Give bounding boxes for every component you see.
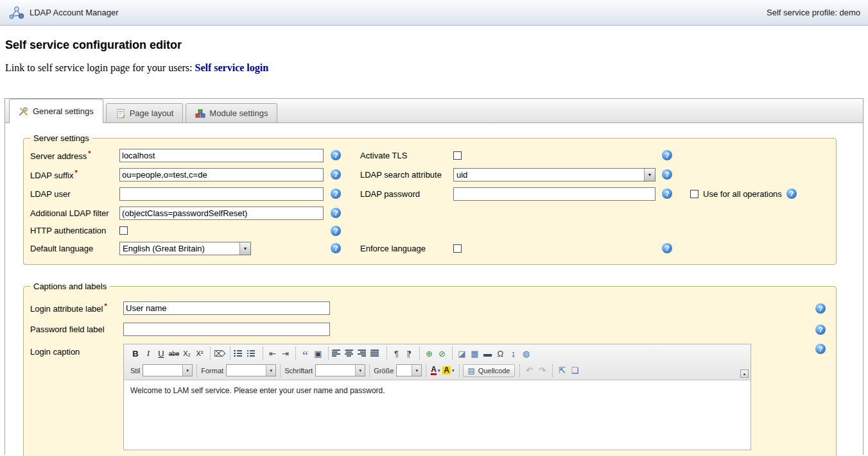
horizontal-rule-icon[interactable]: ▬ — [482, 348, 493, 359]
tab-label: Page layout — [130, 108, 174, 118]
subscript-icon[interactable]: X₂ — [181, 348, 193, 359]
numbered-list-icon[interactable] — [234, 350, 245, 357]
additional-ldap-filter-input[interactable] — [119, 207, 324, 220]
align-left-icon[interactable] — [332, 350, 343, 357]
password-field-label-row: Password field label ? — [30, 323, 836, 336]
italic-icon[interactable]: I — [143, 348, 154, 359]
ldap-user-input[interactable] — [119, 187, 324, 201]
source-button[interactable]: ▤Quellcode — [463, 364, 516, 377]
bg-color-button[interactable]: A▾ — [442, 365, 454, 376]
size-select[interactable]: ▼ — [396, 364, 422, 376]
password-field-input[interactable] — [123, 323, 330, 336]
ldap-user-label: LDAP user — [30, 189, 119, 199]
use-for-all-operations-checkbox[interactable] — [690, 190, 699, 198]
toolbar-collapse-button[interactable]: ▴ — [740, 369, 749, 378]
iframe-icon[interactable]: ◍ — [520, 348, 532, 359]
help-icon[interactable]: ? — [815, 344, 826, 354]
show-blocks-icon[interactable]: ❏ — [569, 365, 580, 376]
direction-rtl-icon[interactable]: ¶ — [403, 348, 415, 359]
bold-icon[interactable]: B — [130, 348, 141, 359]
remove-format-icon[interactable]: ⌦ — [214, 348, 225, 359]
bulleted-list-icon[interactable] — [247, 350, 258, 357]
outdent-icon[interactable]: ⇤ — [266, 348, 278, 359]
div-container-icon[interactable]: ▣ — [312, 348, 324, 359]
login-caption-label: Login caption — [30, 344, 123, 357]
help-icon[interactable]: ? — [331, 226, 341, 236]
header-bar: LDAP Account Manager Self service profil… — [0, 0, 868, 26]
redo-icon[interactable]: ↷ — [536, 365, 548, 376]
help-icon[interactable]: ? — [815, 303, 826, 314]
required-marker: * — [88, 149, 91, 157]
help-icon[interactable]: ? — [662, 150, 672, 160]
undo-icon[interactable]: ↶ — [523, 365, 535, 376]
align-justify-icon[interactable] — [370, 350, 382, 357]
help-icon[interactable]: ? — [662, 189, 672, 199]
server-address-input[interactable] — [119, 149, 324, 162]
default-language-select[interactable]: English (Great Britain) ▼ — [119, 242, 251, 255]
chevron-down-icon: ▼ — [239, 242, 250, 255]
ldap-suffix-input[interactable] — [119, 168, 324, 182]
direction-ltr-icon[interactable]: ¶ — [390, 348, 402, 359]
align-center-icon[interactable] — [345, 350, 356, 357]
editor-toolbar-row2: Stil ▼ Format ▼ Schriftart ▼ — [125, 362, 739, 378]
help-icon[interactable]: ? — [662, 243, 672, 253]
toolbar-group: ◪▦▬Ω↨◍ — [452, 347, 535, 360]
enforce-language-label: Enforce language — [360, 244, 453, 253]
app-title: LDAP Account Manager — [30, 8, 119, 17]
ldap-search-attribute-select[interactable]: uid ▼ — [453, 168, 655, 182]
blockquote-icon[interactable]: “ — [299, 348, 311, 359]
help-icon[interactable]: ? — [331, 208, 341, 218]
editor-content[interactable]: Welcome to LAM self service. Please ente… — [124, 380, 751, 450]
chevron-down-icon: ▼ — [355, 365, 365, 376]
font-select[interactable]: ▼ — [315, 364, 365, 376]
special-char-icon[interactable]: Ω — [494, 348, 506, 359]
activate-tls-checkbox[interactable] — [453, 151, 462, 160]
strikethrough-icon[interactable]: abe — [168, 348, 180, 359]
indent-icon[interactable]: ⇥ — [279, 348, 291, 359]
style-select-label: Stil — [130, 367, 140, 375]
login-caption-text: Welcome to LAM self service. Please ente… — [130, 386, 385, 395]
login-attribute-input[interactable] — [123, 301, 330, 315]
help-icon[interactable]: ? — [662, 169, 672, 180]
tab-module-settings[interactable]: Module settings — [186, 103, 277, 122]
password-field-label: Password field label — [30, 325, 123, 334]
ldap-password-input[interactable] — [453, 187, 655, 201]
underline-icon[interactable]: U — [155, 348, 167, 359]
additional-ldap-filter-row: Additional LDAP filter ? — [30, 203, 836, 223]
format-select[interactable]: ▼ — [226, 364, 276, 376]
ldap-password-label: LDAP password — [360, 189, 453, 199]
self-service-login-link[interactable]: Self service login — [195, 62, 268, 73]
profile-indicator: Self service profile: demo — [767, 8, 860, 17]
default-language-row: Default language English (Great Britain)… — [30, 239, 836, 258]
login-caption-row: Login caption BIUabeX₂X²⌦⇤⇥“▣¶¶⊕⊘◪▦▬Ω↨◍ … — [30, 344, 836, 450]
toolbar-group — [230, 347, 261, 360]
wrench-icon — [19, 106, 29, 117]
http-authentication-checkbox[interactable] — [119, 226, 128, 235]
font-select-label: Schriftart — [284, 367, 313, 375]
superscript-icon[interactable]: X² — [194, 348, 205, 359]
enforce-language-checkbox[interactable] — [453, 244, 462, 253]
table-icon[interactable]: ▦ — [469, 348, 480, 359]
help-icon[interactable]: ? — [331, 150, 341, 160]
style-select[interactable]: ▼ — [143, 364, 193, 376]
help-icon[interactable]: ? — [815, 325, 826, 335]
help-icon[interactable]: ? — [331, 243, 341, 253]
ldap-user-row: LDAP user ? LDAP password ? Use for all … — [30, 184, 836, 203]
tab-page-layout[interactable]: Page layout — [106, 103, 184, 122]
text-color-button[interactable]: A▾ — [430, 365, 441, 376]
tab-general-settings[interactable]: General settings — [9, 99, 103, 123]
align-right-icon[interactable] — [358, 350, 369, 357]
general-settings-panel: Server settings Server address* ? Activa… — [5, 123, 863, 456]
link-icon[interactable]: ⊕ — [423, 348, 435, 359]
tab-label: General settings — [33, 106, 94, 116]
image-icon[interactable]: ◪ — [456, 348, 467, 359]
maximize-icon[interactable]: ⇱ — [556, 365, 568, 376]
help-icon[interactable]: ? — [786, 189, 797, 199]
tab-label: Module settings — [209, 108, 268, 118]
page-break-icon[interactable]: ↨ — [507, 348, 519, 359]
format-select-label: Format — [201, 367, 223, 375]
help-icon[interactable]: ? — [331, 169, 341, 180]
server-settings-fieldset: Server settings Server address* ? Activa… — [23, 133, 837, 265]
help-icon[interactable]: ? — [331, 189, 341, 199]
unlink-icon[interactable]: ⊘ — [436, 348, 447, 359]
